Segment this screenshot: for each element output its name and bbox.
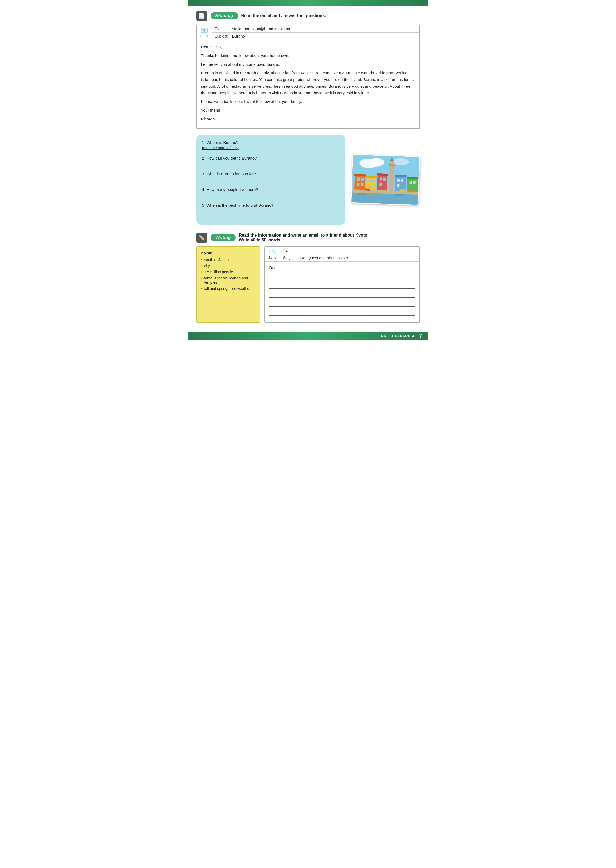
writing-email-body: Dear____________ , — [265, 262, 420, 322]
kyoto-item-4: • famous for old houses and temples — [201, 276, 255, 285]
writing-send-label: Send — [269, 255, 277, 259]
writing-instruction-line1: Read the information and write an email … — [239, 233, 369, 237]
writing-send-button[interactable]: 📧 Send — [265, 247, 280, 261]
svg-rect-18 — [380, 178, 382, 180]
top-bar — [188, 0, 428, 6]
writing-instruction: Read the information and write an email … — [239, 233, 369, 242]
question-3-answer-line[interactable] — [202, 177, 339, 182]
kyoto-item-5-text: fall and spring: nice weather — [204, 286, 250, 291]
email-body-line-6: Ricardo — [201, 116, 415, 123]
email-body-line-4: Please write back soon. I want to know a… — [201, 98, 415, 105]
email-body-line-5: Your friend, — [201, 107, 415, 114]
writing-instruction-line2: Write 40 to 50 words. — [239, 237, 369, 242]
question-5-answer-line[interactable] — [202, 209, 339, 214]
writing-subject-row: Subject: Re: Questions about Kyoto — [280, 254, 420, 261]
kyoto-item-1-text: south of Japan — [204, 258, 228, 262]
question-3-text: 3. What is Burano famous for? — [202, 171, 339, 176]
questions-section: 1. Where is Burano? It's in the north of… — [196, 135, 420, 225]
svg-rect-27 — [398, 179, 400, 181]
svg-rect-8 — [361, 178, 363, 181]
kyoto-item-3: • 1.5 million people — [201, 270, 255, 274]
bullet-3: • — [201, 270, 203, 274]
question-5-text: 5. When is the best time to visit Burano… — [202, 203, 339, 208]
email-body-line-1: Thanks for letting me know about your ho… — [201, 52, 415, 59]
to-label: To: — [215, 27, 232, 31]
email-fields: To: stella.thompson@frendzmail.com Subje… — [212, 25, 420, 40]
kyoto-item-5: • fall and spring: nice weather — [201, 286, 255, 291]
burano-photo — [350, 154, 420, 205]
question-4-text: 4. How many people live there? — [202, 187, 339, 192]
svg-rect-28 — [401, 179, 404, 182]
email-header: 📧 Send To: stella.thompson@frendzmail.co… — [197, 25, 420, 40]
question-1: 1. Where is Burano? It's in the north of… — [202, 140, 339, 151]
svg-rect-37 — [399, 189, 405, 192]
writing-to-input[interactable] — [300, 248, 417, 253]
question-4-answer-line[interactable] — [202, 193, 339, 198]
subject-label: Subject: — [215, 34, 232, 38]
kyoto-item-1: • south of Japan — [201, 258, 255, 262]
email-body-line-3: Burano is an island in the north of Ital… — [201, 70, 415, 96]
send-button[interactable]: 📧 Send — [197, 25, 212, 40]
writing-label: Writing — [211, 234, 236, 241]
reading-section-header: 📄 Reading Read the email and answer the … — [196, 11, 420, 21]
question-3: 3. What is Burano famous for? — [202, 171, 339, 182]
svg-rect-19 — [383, 178, 386, 180]
svg-rect-16 — [377, 174, 388, 193]
email-icon: 📧 — [201, 27, 208, 34]
dear-line: Dear____________ , — [269, 265, 415, 270]
writing-email-box: 📧 Send To: Subject: Re: Questions about … — [264, 247, 420, 322]
to-value: stella.thompson@frendzmail.com — [232, 27, 291, 31]
writing-icon: ✏️ — [196, 233, 207, 243]
svg-rect-20 — [379, 183, 382, 186]
svg-rect-10 — [361, 183, 363, 186]
question-2-answer-line[interactable] — [202, 162, 339, 167]
page-content: 📄 Reading Read the email and answer the … — [188, 6, 428, 328]
write-line-4[interactable] — [269, 300, 415, 307]
question-2: 2. How can you get to Burano? — [202, 156, 339, 167]
to-row: To: stella.thompson@frendzmail.com — [212, 25, 420, 33]
kyoto-item-4-text: famous for old houses and temples — [204, 276, 255, 285]
email-body-line-0: Dear Stella, — [201, 44, 415, 50]
svg-rect-23 — [390, 160, 394, 164]
svg-rect-29 — [397, 184, 399, 187]
email-body: Dear Stella,Thanks for letting me know a… — [197, 40, 420, 128]
bottom-bar: UNIT 1-LESSON 3 7 — [188, 332, 428, 340]
subject-value: Burano — [232, 34, 245, 38]
kyoto-item-3-text: 1.5 million people — [204, 270, 233, 274]
svg-rect-15 — [369, 184, 371, 187]
writing-section: ✏️ Writing Read the information and writ… — [196, 233, 420, 322]
writing-subject-label: Subject: — [283, 255, 300, 260]
unit-lesson-label: UNIT 1-LESSON 3 — [381, 334, 414, 338]
reading-icon: 📄 — [196, 11, 207, 21]
burano-photo-container — [351, 135, 420, 225]
bullet-2: • — [201, 264, 203, 268]
writing-subject-value: Re: Questions about Kyoto — [300, 255, 348, 260]
svg-rect-36 — [365, 189, 370, 191]
svg-rect-33 — [413, 181, 416, 184]
write-line-2[interactable] — [269, 282, 415, 289]
writing-email-header: 📧 Send To: Subject: Re: Questions about … — [265, 247, 420, 262]
email-body-line-2: Let me tell you about my hometown, Buran… — [201, 61, 415, 68]
svg-rect-7 — [357, 178, 360, 181]
svg-rect-35 — [357, 188, 363, 190]
kyoto-info-box: Kyoto • south of Japan • city • 1.5 mill… — [196, 247, 260, 322]
bullet-1: • — [201, 258, 203, 262]
svg-rect-32 — [410, 181, 412, 184]
question-4: 4. How many people live there? — [202, 187, 339, 198]
reading-email-box: 📧 Send To: stella.thompson@frendzmail.co… — [196, 25, 420, 129]
kyoto-item-2: • city — [201, 264, 255, 268]
svg-rect-9 — [357, 183, 359, 186]
svg-rect-14 — [372, 179, 375, 182]
writing-to-row: To: — [280, 247, 420, 254]
write-line-1[interactable] — [269, 273, 415, 280]
burano-illustration — [351, 154, 420, 205]
write-line-3[interactable] — [269, 291, 415, 297]
write-line-5[interactable] — [269, 309, 415, 316]
reading-label: Reading — [211, 12, 238, 19]
question-1-answer[interactable]: It's in the north of Italy. — [202, 146, 339, 151]
writing-email-fields: To: Subject: Re: Questions about Kyoto — [280, 247, 420, 261]
question-2-text: 2. How can you get to Burano? — [202, 156, 339, 160]
writing-email-icon: 📧 — [269, 248, 276, 255]
writing-body: Kyoto • south of Japan • city • 1.5 mill… — [196, 247, 420, 322]
writing-section-header: ✏️ Writing Read the information and writ… — [196, 233, 420, 243]
